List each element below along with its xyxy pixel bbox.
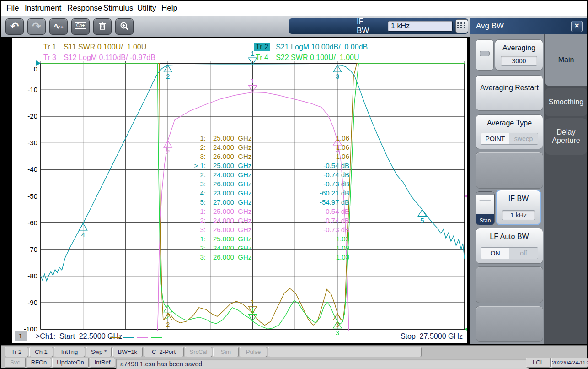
- menu-item-stimulus[interactable]: Stimulus: [103, 4, 133, 13]
- ifbw-entry-label: IF BW: [357, 17, 372, 35]
- tab-delay-aperture[interactable]: Delay Aperture: [545, 118, 587, 155]
- menu-item-file[interactable]: File: [6, 4, 19, 13]
- menu-item-utility[interactable]: Utility: [137, 4, 156, 13]
- status-row-2: a7498.1.csa has been saved. LCL 2022/04/…: [1, 358, 587, 367]
- marker-readout-row: 5:27.000 GHz-54.97 dB: [170, 198, 349, 207]
- marker-readout-row: 1:25.000 GHz-0.54 dB: [170, 207, 349, 216]
- marker-label: 3: [336, 329, 339, 336]
- trace-descriptor: S21 LogM 10.00dB/ 0.00dB: [270, 43, 368, 51]
- menu-item-instrument[interactable]: Instrument: [25, 4, 61, 13]
- marker-value: -0.73 dB: [281, 225, 349, 234]
- marker-frequency: 25.000 GHz: [206, 134, 281, 143]
- marker-number: 1:: [170, 234, 206, 244]
- stan-label: Stan: [476, 214, 494, 225]
- redo-button: ↷: [27, 18, 46, 35]
- status-button-ch-1[interactable]: Ch 1: [29, 347, 53, 357]
- tab-smoothing[interactable]: Smoothing: [545, 88, 587, 116]
- status-button-inttrig[interactable]: IntTrig: [54, 347, 85, 357]
- average-type-on: POINT: [481, 133, 509, 144]
- undo-icon: ↶: [10, 20, 19, 32]
- marker-value: -0.74 dB: [281, 216, 349, 225]
- menu-item-response[interactable]: Response: [67, 4, 102, 13]
- trace-chip[interactable]: Tr 4: [254, 54, 270, 61]
- marker-value: -54.97 dB: [281, 198, 349, 207]
- ifbw-entry-input[interactable]: [388, 21, 453, 32]
- marker-number: 2:: [170, 216, 206, 225]
- averaging-button[interactable]: Averaging 3000: [495, 39, 543, 71]
- redo-icon: ↷: [32, 20, 41, 32]
- add-trace-icon: ∿+: [53, 22, 64, 31]
- add-channel-button[interactable]: Ch+: [71, 18, 90, 35]
- marker-frequency: 25.000 GHz: [206, 207, 281, 216]
- marker-number: > 1:: [170, 161, 206, 170]
- marker-readout-row: 2:24.000 GHz1.09: [170, 244, 349, 253]
- marker-frequency: 26.000 GHz: [206, 179, 281, 189]
- average-type-button[interactable]: Average Type POINT sweep: [476, 114, 543, 149]
- status-button-intref[interactable]: IntRef: [90, 358, 115, 368]
- trace-color-dash: [151, 337, 162, 338]
- y-axis-tick-label: -30: [16, 139, 37, 147]
- lf-auto-bw-toggle[interactable]: ON off: [481, 247, 538, 259]
- menu-item-help[interactable]: Help: [161, 4, 177, 13]
- clock-display: 2022/04/24-11:31: [551, 358, 588, 368]
- trace-chip[interactable]: Tr 1: [42, 43, 58, 51]
- marker-value: 1.06: [281, 152, 349, 161]
- softkey-sidebar: Avg BW ✕ Averaging 3000 Averaging Restar…: [470, 18, 587, 344]
- marker-number: 4:: [170, 189, 206, 198]
- marker-value: 1.09: [281, 244, 349, 253]
- marker-frequency: 24.000 GHz: [206, 216, 281, 225]
- y-axis-tick-label: -20: [16, 112, 37, 120]
- status-button-c-2-port[interactable]: C 2-Port: [144, 347, 184, 357]
- averaging-restart-button[interactable]: Averaging Restart: [476, 75, 543, 111]
- average-type-toggle[interactable]: POINT sweep: [481, 133, 538, 145]
- marker-number: 2:: [170, 143, 206, 152]
- marker-label: 1: [251, 298, 254, 306]
- marker-number: 5:: [170, 198, 206, 207]
- marker-number: 3:: [170, 152, 206, 161]
- marker-frequency: 26.000 GHz: [206, 253, 281, 262]
- averaging-label: Averaging: [495, 43, 543, 52]
- softkey-blank: [476, 266, 543, 303]
- status-button-sim: Sim: [213, 347, 239, 357]
- status-button-updateon[interactable]: UpdateOn: [52, 358, 89, 368]
- trace-header-tr2: Tr 2 S21 LogM 10.00dB/ 0.00dB: [254, 43, 368, 51]
- averaging-toggle-button[interactable]: [476, 39, 494, 71]
- marker-label: 4: [81, 231, 85, 239]
- status-button-swp-[interactable]: Swp *: [86, 347, 112, 357]
- keypad-button[interactable]: [455, 19, 468, 33]
- add-trace-button[interactable]: ∿+: [49, 18, 68, 35]
- trace-header-tr3: Tr 3 S12 LogM 0.110dB/ -0.97dB: [42, 54, 155, 62]
- status-button-svc: Svc: [5, 358, 26, 368]
- zoom-button[interactable]: [115, 18, 134, 35]
- marker-frequency: 26.000 GHz: [206, 152, 281, 161]
- status-button-bw-1k[interactable]: BW=1k: [112, 347, 143, 357]
- average-type-label: Average Type: [476, 119, 543, 127]
- status-button-rfon[interactable]: RFOn: [27, 358, 51, 368]
- close-icon[interactable]: ✕: [571, 21, 583, 32]
- lf-auto-bw-button[interactable]: LF Auto BW ON off: [476, 228, 543, 264]
- status-button-tr-2[interactable]: Tr 2: [5, 347, 28, 357]
- y-axis-tick-label: -40: [16, 165, 37, 173]
- lcl-button[interactable]: LCL: [526, 358, 551, 368]
- marker-frequency: 25.000 GHz: [206, 234, 281, 244]
- trace-color-dash: [123, 337, 134, 338]
- trace-chip[interactable]: Tr 2: [254, 43, 270, 51]
- trace-chip[interactable]: Tr 3: [42, 54, 58, 61]
- marker-value: -0.54 dB: [281, 207, 349, 216]
- delete-button[interactable]: [93, 18, 112, 35]
- ifbw-softkey-button[interactable]: IF BW 1 kHz: [496, 190, 541, 225]
- marker-readout-row: 2:24.000 GHz-0.74 dB: [170, 216, 349, 225]
- trace-color-dash: [110, 337, 121, 338]
- softkey-blank: [476, 152, 543, 189]
- delete-icon: [98, 22, 107, 31]
- marker-readout-row: 3:26.000 GHz-0.73 dB: [170, 225, 349, 234]
- undo-button[interactable]: ↶: [5, 18, 24, 35]
- tab-main[interactable]: Main: [545, 34, 587, 86]
- reference-level-indicator-s12: [465, 193, 467, 199]
- softkey-blank: [476, 306, 543, 342]
- marker-readout-row: > 1:25.000 GHz-0.54 dB: [170, 161, 349, 170]
- marker-value: 1.03: [281, 253, 349, 262]
- marker-frequency: 25.000 GHz: [206, 161, 281, 170]
- ifbw-stan-toggle[interactable]: Stan: [476, 191, 495, 225]
- marker-label: 5: [420, 217, 424, 224]
